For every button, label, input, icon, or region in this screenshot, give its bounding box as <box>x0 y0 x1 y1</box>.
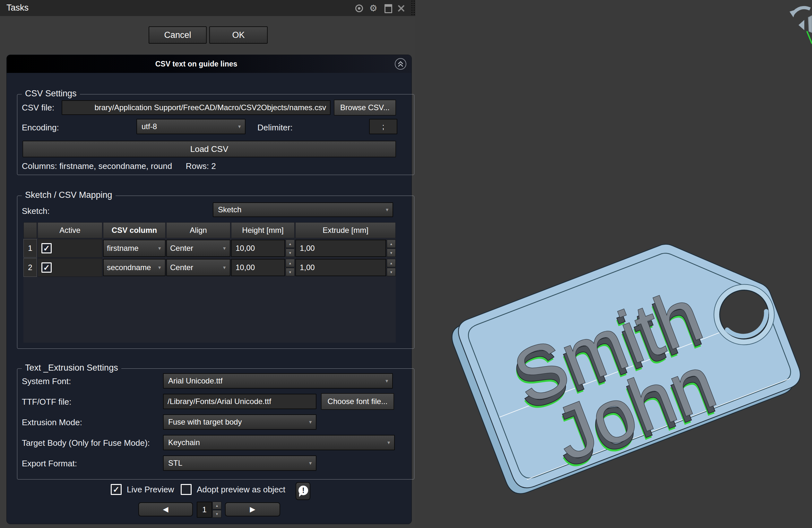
target-body-dropdown[interactable]: Keychain ▼ <box>163 435 395 450</box>
col-header-height[interactable]: Height [mm] <box>231 222 295 238</box>
rows-text: Rows: 2 <box>186 161 216 171</box>
encoding-dropdown[interactable]: utf-8 ▼ <box>136 119 246 134</box>
target-body-label: Target Body (Only for Fuse Mode): <box>22 438 150 448</box>
table-corner-cell <box>24 222 37 238</box>
chevron-down-icon: ▼ <box>157 246 162 251</box>
live-preview-checkbox[interactable]: ✓ <box>111 484 122 495</box>
spin-down-icon[interactable]: ▼ <box>286 268 295 276</box>
adopt-preview-checkbox[interactable] <box>181 484 192 495</box>
3d-viewport[interactable]: Smith John Smith John Smith John <box>415 0 812 528</box>
spin-down-icon[interactable]: ▼ <box>387 248 396 257</box>
row-number: 1 <box>24 239 37 258</box>
target-body-value: Keychain <box>168 438 200 447</box>
sketch-label: Sketch: <box>22 206 50 216</box>
chevron-down-icon: ▼ <box>222 265 227 270</box>
col-header-align[interactable]: Align <box>166 222 230 238</box>
green-axis-line <box>807 31 812 44</box>
extrusion-mode-label: Extrusion Mode: <box>22 417 82 427</box>
csv-dialog: CSV text on guide lines CSV Settings CSV… <box>6 55 412 524</box>
spin-up-icon[interactable]: ▲ <box>213 502 221 509</box>
delimiter-input[interactable]: ; <box>369 119 397 134</box>
height-spinbox-row1[interactable]: 10,00 <box>231 240 285 257</box>
dialog-header[interactable]: CSV text on guide lines <box>7 55 411 73</box>
align-value: Center <box>170 244 193 253</box>
spin-up-icon[interactable]: ▲ <box>286 240 295 248</box>
chevron-down-icon: ▼ <box>237 124 242 129</box>
cancel-button[interactable]: Cancel <box>149 26 207 44</box>
extrude-spinbox-row1[interactable]: 1,00 <box>295 240 386 257</box>
spin-up-icon[interactable]: ▲ <box>387 240 396 248</box>
chevron-down-icon: ▼ <box>222 246 227 251</box>
browse-csv-button[interactable]: Browse CSV... <box>334 100 396 116</box>
align-dropdown-row1[interactable]: Center ▼ <box>166 240 230 257</box>
export-format-value: STL <box>168 459 182 468</box>
close-icon[interactable] <box>395 0 407 16</box>
ok-button[interactable]: OK <box>209 26 268 44</box>
collapse-icon[interactable] <box>395 58 406 70</box>
csv-column-value: secondname <box>107 263 151 272</box>
adopt-preview-label: Adopt preview as object <box>197 485 285 495</box>
chevron-down-icon: ▼ <box>385 378 389 384</box>
mapping-legend: Sketch / CSV Mapping <box>22 190 116 200</box>
active-checkbox-row1[interactable]: ✓ <box>41 243 52 253</box>
columns-text: Columns: firstname, secondname, round <box>22 161 172 171</box>
csv-file-input[interactable]: brary/Application Support/FreeCAD/Macro/… <box>62 100 331 115</box>
spin-up-icon[interactable]: ▲ <box>387 259 396 267</box>
prev-button[interactable]: ◀ <box>138 502 193 516</box>
load-csv-button[interactable]: Load CSV <box>23 141 396 157</box>
choose-font-button[interactable]: Choose font file... <box>321 393 394 410</box>
cube-fragment[interactable] <box>808 15 812 33</box>
sketch-dropdown[interactable]: Sketch ▼ <box>213 202 393 217</box>
gear-icon[interactable]: ⚙ <box>367 0 379 16</box>
drag-handle-dots[interactable] <box>411 0 415 16</box>
navigation-cube[interactable] <box>789 8 812 44</box>
system-font-dropdown[interactable]: Arial Unicode.ttf ▼ <box>163 373 393 389</box>
extrude-spinbox-row2[interactable]: 1,00 <box>295 259 386 276</box>
system-font-value: Arial Unicode.ttf <box>168 376 222 385</box>
chevron-down-icon: ▼ <box>308 460 313 466</box>
col-header-csv-column[interactable]: CSV column <box>103 222 165 238</box>
mapping-group: Sketch / CSV Mapping Sketch: Sketch ▼ Ac… <box>17 196 414 349</box>
spin-down-icon[interactable]: ▼ <box>213 510 221 518</box>
system-font-label: System Font: <box>22 376 71 386</box>
encoding-label: Encoding: <box>22 123 59 133</box>
export-format-dropdown[interactable]: STL ▼ <box>163 455 317 471</box>
col-header-active[interactable]: Active <box>38 222 102 238</box>
csv-column-value: firstname <box>107 244 139 253</box>
spin-up-icon[interactable]: ▲ <box>286 259 295 267</box>
csv-file-label: CSV file: <box>22 103 54 113</box>
align-value: Center <box>170 263 193 272</box>
align-dropdown-row2[interactable]: Center ▼ <box>166 259 230 276</box>
record-icon[interactable] <box>353 0 365 16</box>
next-button[interactable]: ▶ <box>225 502 280 516</box>
keychain-tag[interactable]: Smith John Smith John Smith John <box>454 215 809 504</box>
row-number: 2 <box>24 258 37 277</box>
info-warning-button[interactable]: ! <box>295 482 310 500</box>
extrusion-mode-dropdown[interactable]: Fuse with target body ▼ <box>163 414 317 430</box>
tasks-titlebar: Tasks ⚙ <box>0 0 415 16</box>
csv-column-dropdown-row1[interactable]: firstname ▼ <box>103 240 165 257</box>
dialog-title: CSV text on guide lines <box>7 55 386 73</box>
csv-settings-group: CSV Settings CSV file: brary/Application… <box>17 94 414 175</box>
csv-settings-legend: CSV Settings <box>22 89 80 99</box>
export-format-label: Export Format: <box>22 459 77 469</box>
extrusion-legend: Text _Extrusion Settings <box>22 363 121 373</box>
active-checkbox-row2[interactable]: ✓ <box>41 262 52 273</box>
columns-info: Columns: firstname, secondname, round Ro… <box>22 161 216 171</box>
ttf-label: TTF/OTF file: <box>22 397 72 407</box>
keychain-scene: Smith John Smith John Smith John <box>415 0 812 528</box>
sketch-value: Sketch <box>218 205 241 214</box>
spin-down-icon[interactable]: ▼ <box>286 248 295 257</box>
height-spinbox-row2[interactable]: 10,00 <box>231 259 285 276</box>
spin-down-icon[interactable]: ▼ <box>387 268 396 276</box>
chevron-down-icon: ▼ <box>308 419 313 425</box>
float-window-icon[interactable] <box>382 0 393 16</box>
encoding-value: utf-8 <box>142 122 157 131</box>
page-spinbox[interactable]: 1 <box>197 502 212 518</box>
col-header-extrude[interactable]: Extrude [mm] <box>295 222 396 238</box>
left-arrow-icon[interactable] <box>798 20 804 30</box>
chevron-down-icon: ▼ <box>157 265 162 270</box>
mapping-table: Active CSV column Align Height [mm] Extr… <box>24 222 396 343</box>
ttf-input[interactable]: /Library/Fonts/Arial Unicode.ttf <box>163 394 317 409</box>
csv-column-dropdown-row2[interactable]: secondname ▼ <box>103 259 165 276</box>
